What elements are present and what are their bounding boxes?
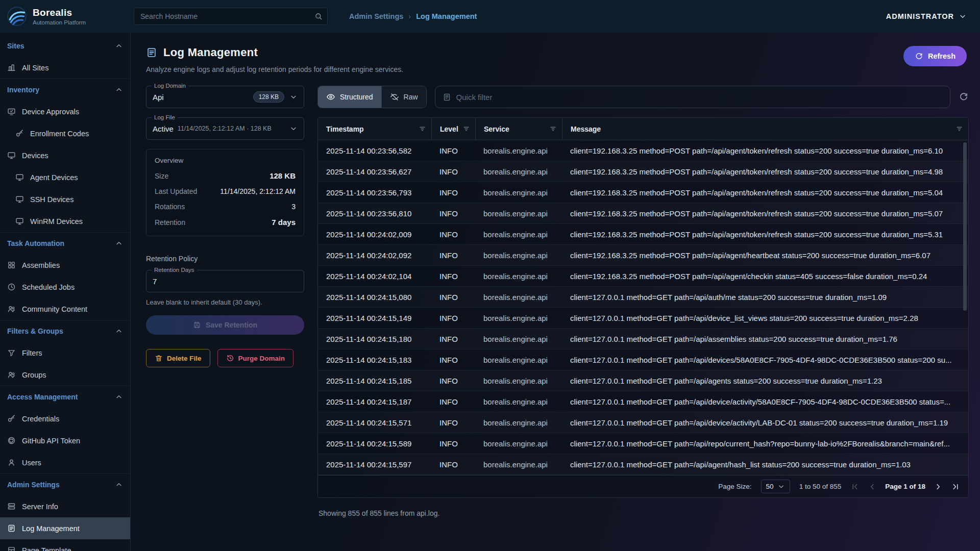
- sidebar-item-winrm-devices[interactable]: WinRM Devices: [0, 210, 130, 232]
- log-row[interactable]: 2025-11-14 00:24:15,183INFOborealis.engi…: [318, 349, 968, 370]
- log-domain-select[interactable]: Log Domain Api 128 KB: [146, 86, 304, 108]
- log-row[interactable]: 2025-11-14 00:24:15,589INFOborealis.engi…: [318, 433, 968, 454]
- save-retention-button[interactable]: Save Retention: [146, 315, 304, 335]
- overview-rows: Size128 KBLast Updated11/14/2025, 2:12:1…: [155, 171, 296, 227]
- grid-icon: [7, 261, 16, 269]
- column-filter-icon[interactable]: [462, 125, 470, 133]
- structured-toggle[interactable]: Structured: [318, 86, 381, 108]
- sidebar-item-scheduled-jobs[interactable]: Scheduled Jobs: [0, 276, 130, 298]
- first-page-button[interactable]: [850, 482, 860, 491]
- column-header-level[interactable]: Level: [431, 118, 475, 140]
- overview-row: Last Updated11/14/2025, 2:12:12 AM: [155, 187, 296, 195]
- breadcrumb-current[interactable]: Log Management: [416, 12, 477, 20]
- breadcrumb-separator: ›: [408, 12, 411, 20]
- log-row[interactable]: 2025-11-14 00:24:15,149INFOborealis.engi…: [318, 308, 968, 329]
- sidebar-section-filters-groups[interactable]: Filters & Groups: [0, 320, 130, 342]
- sidebar-item-all-sites[interactable]: All Sites: [0, 57, 130, 79]
- sidebar-item-enrollment-codes[interactable]: Enrollment Codes: [0, 122, 130, 144]
- log-row[interactable]: 2025-11-14 00:24:02,009INFOborealis.engi…: [318, 224, 968, 245]
- chevron-up-icon: [115, 481, 123, 489]
- sidebar-item-ssh-devices[interactable]: SSH Devices: [0, 188, 130, 210]
- log-row[interactable]: 2025-11-14 00:24:02,104INFOborealis.engi…: [318, 266, 968, 287]
- log-timestamp: 2025-11-14 00:24:02,104: [318, 272, 431, 281]
- log-service: borealis.engine.api: [475, 146, 562, 155]
- next-page-button[interactable]: [934, 482, 943, 491]
- monitor-icon: [15, 195, 24, 204]
- log-controls: Structured Raw: [317, 86, 969, 108]
- sidebar-item-server-info[interactable]: Server Info: [0, 495, 130, 517]
- column-header-message[interactable]: Message: [562, 118, 968, 140]
- sidebar-item-label: SSH Devices: [30, 195, 74, 204]
- sidebar-item-log-management[interactable]: Log Management: [0, 517, 130, 539]
- sidebar-item-users[interactable]: Users: [0, 452, 130, 473]
- chevron-up-icon: [115, 393, 123, 401]
- sidebar-item-github-api-token[interactable]: GitHub API Token: [0, 430, 130, 452]
- retention-days-label: Retention Days: [152, 266, 197, 273]
- overview-row: Size128 KB: [155, 171, 296, 180]
- sidebar-item-groups[interactable]: Groups: [0, 364, 130, 386]
- column-filter-icon[interactable]: [549, 125, 557, 133]
- log-row[interactable]: 2025-11-14 00:23:56,810INFOborealis.engi…: [318, 203, 968, 224]
- hostname-search: [134, 8, 328, 25]
- sidebar-item-credentials[interactable]: Credentials: [0, 408, 130, 430]
- log-row[interactable]: 2025-11-14 00:24:15,187INFOborealis.engi…: [318, 391, 968, 412]
- sidebar-item-agent-devices[interactable]: Agent Devices: [0, 166, 130, 188]
- log-row[interactable]: 2025-11-14 00:24:15,080INFOborealis.engi…: [318, 287, 968, 308]
- log-message: client=192.168.3.25 method=POST path=/ap…: [562, 188, 968, 197]
- sidebar-section-admin-settings[interactable]: Admin Settings: [0, 473, 130, 495]
- retention-days-input[interactable]: [153, 270, 298, 292]
- table-scrollbar[interactable]: [963, 142, 967, 311]
- purge-domain-button[interactable]: Purge Domain: [217, 349, 294, 367]
- breadcrumb-parent[interactable]: Admin Settings: [349, 12, 403, 20]
- log-service: borealis.engine.api: [475, 293, 562, 302]
- log-service: borealis.engine.api: [475, 251, 562, 260]
- sidebar-item-label: Groups: [22, 371, 46, 379]
- log-row[interactable]: 2025-11-14 00:23:56,627INFOborealis.engi…: [318, 161, 968, 182]
- column-header-timestamp[interactable]: Timestamp: [318, 118, 431, 140]
- page-title: Log Management: [163, 46, 258, 59]
- delete-file-button[interactable]: Delete File: [146, 349, 210, 367]
- sidebar-item-assemblies[interactable]: Assemblies: [0, 254, 130, 276]
- page-size-select[interactable]: 50: [761, 480, 790, 493]
- refresh-button[interactable]: Refresh: [903, 46, 967, 66]
- previous-page-button[interactable]: [868, 482, 877, 491]
- raw-toggle[interactable]: Raw: [381, 86, 426, 108]
- log-level: INFO: [431, 146, 475, 155]
- column-label: Message: [571, 125, 601, 133]
- chevron-up-icon: [115, 86, 123, 94]
- log-file-select[interactable]: Log File Active 11/14/2025, 2:12:12 AM ·…: [146, 117, 304, 140]
- user-menu[interactable]: ADMINISTRATOR: [886, 12, 967, 20]
- log-level: INFO: [431, 439, 475, 448]
- log-row[interactable]: 2025-11-14 00:23:56,582INFOborealis.engi…: [318, 140, 968, 161]
- log-level: INFO: [431, 293, 475, 302]
- sidebar-item-label: Filters: [22, 349, 42, 357]
- sidebar-section-access-management[interactable]: Access Management: [0, 386, 130, 408]
- page-subtitle: Analyze engine logs and adjust log reten…: [146, 65, 403, 73]
- sidebar-item-device-approvals[interactable]: Device Approvals: [0, 101, 130, 122]
- log-row[interactable]: 2025-11-14 00:24:15,597INFOborealis.engi…: [318, 454, 968, 475]
- log-table-body: 2025-11-14 00:23:56,582INFOborealis.engi…: [318, 140, 968, 475]
- last-page-button[interactable]: [951, 482, 960, 491]
- table-refresh-button[interactable]: [959, 92, 969, 102]
- log-row[interactable]: 2025-11-14 00:24:15,185INFOborealis.engi…: [318, 370, 968, 391]
- sidebar-section-task-automation[interactable]: Task Automation: [0, 232, 130, 254]
- user-menu-label: ADMINISTRATOR: [886, 12, 954, 20]
- delete-file-label: Delete File: [167, 355, 202, 362]
- log-service: borealis.engine.api: [475, 272, 562, 281]
- save-icon: [193, 321, 201, 329]
- log-row[interactable]: 2025-11-14 00:24:15,571INFOborealis.engi…: [318, 412, 968, 433]
- column-filter-icon[interactable]: [419, 125, 426, 133]
- log-row[interactable]: 2025-11-14 00:24:02,092INFOborealis.engi…: [318, 245, 968, 266]
- quick-filter-input[interactable]: [456, 93, 943, 102]
- sidebar-item-community-content[interactable]: Community Content: [0, 298, 130, 320]
- log-row[interactable]: 2025-11-14 00:24:15,180INFOborealis.engi…: [318, 329, 968, 349]
- column-header-service[interactable]: Service: [475, 118, 562, 140]
- sidebar-item-page-template[interactable]: Page Template: [0, 539, 130, 551]
- sidebar-section-sites[interactable]: Sites: [0, 35, 130, 57]
- sidebar-section-inventory[interactable]: Inventory: [0, 79, 130, 101]
- sidebar-item-filters[interactable]: Filters: [0, 342, 130, 364]
- search-input[interactable]: [134, 8, 328, 25]
- log-row[interactable]: 2025-11-14 00:23:56,793INFOborealis.engi…: [318, 182, 968, 203]
- sidebar-item-devices[interactable]: Devices: [0, 144, 130, 166]
- column-filter-icon[interactable]: [955, 125, 963, 133]
